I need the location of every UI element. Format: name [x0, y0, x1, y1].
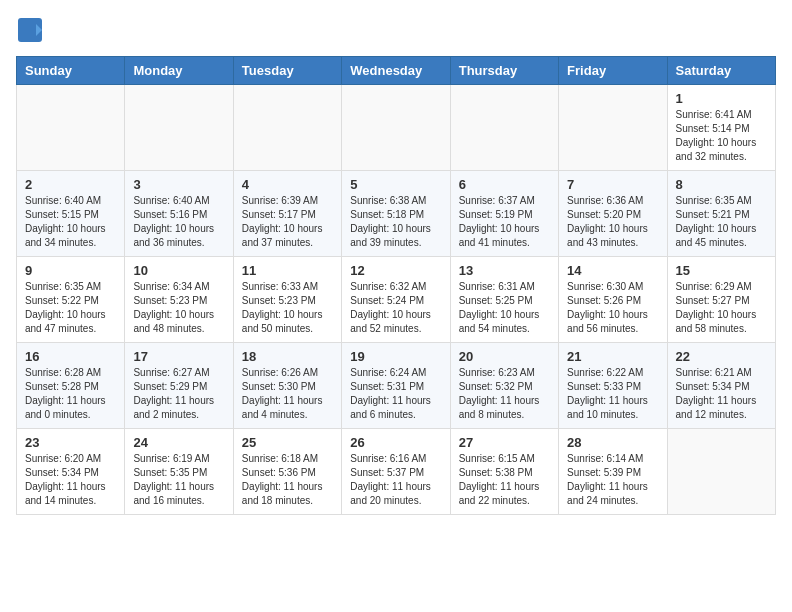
calendar-cell: 21Sunrise: 6:22 AM Sunset: 5:33 PM Dayli…	[559, 343, 667, 429]
calendar-cell: 3Sunrise: 6:40 AM Sunset: 5:16 PM Daylig…	[125, 171, 233, 257]
day-number: 8	[676, 177, 767, 192]
week-row-4: 16Sunrise: 6:28 AM Sunset: 5:28 PM Dayli…	[17, 343, 776, 429]
calendar-cell: 16Sunrise: 6:28 AM Sunset: 5:28 PM Dayli…	[17, 343, 125, 429]
day-number: 17	[133, 349, 224, 364]
day-info: Sunrise: 6:29 AM Sunset: 5:27 PM Dayligh…	[676, 280, 767, 336]
weekday-header-wednesday: Wednesday	[342, 57, 450, 85]
calendar-cell: 10Sunrise: 6:34 AM Sunset: 5:23 PM Dayli…	[125, 257, 233, 343]
week-row-1: 1Sunrise: 6:41 AM Sunset: 5:14 PM Daylig…	[17, 85, 776, 171]
day-info: Sunrise: 6:41 AM Sunset: 5:14 PM Dayligh…	[676, 108, 767, 164]
day-number: 19	[350, 349, 441, 364]
day-number: 20	[459, 349, 550, 364]
day-number: 22	[676, 349, 767, 364]
day-number: 15	[676, 263, 767, 278]
calendar-cell: 11Sunrise: 6:33 AM Sunset: 5:23 PM Dayli…	[233, 257, 341, 343]
calendar-cell	[125, 85, 233, 171]
day-info: Sunrise: 6:36 AM Sunset: 5:20 PM Dayligh…	[567, 194, 658, 250]
day-info: Sunrise: 6:30 AM Sunset: 5:26 PM Dayligh…	[567, 280, 658, 336]
day-info: Sunrise: 6:38 AM Sunset: 5:18 PM Dayligh…	[350, 194, 441, 250]
weekday-header-tuesday: Tuesday	[233, 57, 341, 85]
weekday-header-thursday: Thursday	[450, 57, 558, 85]
calendar-body: 1Sunrise: 6:41 AM Sunset: 5:14 PM Daylig…	[17, 85, 776, 515]
day-number: 10	[133, 263, 224, 278]
day-number: 16	[25, 349, 116, 364]
page-header	[16, 16, 776, 44]
week-row-2: 2Sunrise: 6:40 AM Sunset: 5:15 PM Daylig…	[17, 171, 776, 257]
day-info: Sunrise: 6:16 AM Sunset: 5:37 PM Dayligh…	[350, 452, 441, 508]
day-number: 4	[242, 177, 333, 192]
day-info: Sunrise: 6:15 AM Sunset: 5:38 PM Dayligh…	[459, 452, 550, 508]
day-info: Sunrise: 6:35 AM Sunset: 5:21 PM Dayligh…	[676, 194, 767, 250]
calendar-cell: 23Sunrise: 6:20 AM Sunset: 5:34 PM Dayli…	[17, 429, 125, 515]
day-number: 13	[459, 263, 550, 278]
day-info: Sunrise: 6:33 AM Sunset: 5:23 PM Dayligh…	[242, 280, 333, 336]
day-number: 28	[567, 435, 658, 450]
day-info: Sunrise: 6:21 AM Sunset: 5:34 PM Dayligh…	[676, 366, 767, 422]
weekday-header-sunday: Sunday	[17, 57, 125, 85]
calendar-cell: 9Sunrise: 6:35 AM Sunset: 5:22 PM Daylig…	[17, 257, 125, 343]
calendar-cell	[342, 85, 450, 171]
calendar-cell	[233, 85, 341, 171]
calendar-cell: 6Sunrise: 6:37 AM Sunset: 5:19 PM Daylig…	[450, 171, 558, 257]
day-info: Sunrise: 6:27 AM Sunset: 5:29 PM Dayligh…	[133, 366, 224, 422]
calendar-cell: 15Sunrise: 6:29 AM Sunset: 5:27 PM Dayli…	[667, 257, 775, 343]
calendar-cell: 8Sunrise: 6:35 AM Sunset: 5:21 PM Daylig…	[667, 171, 775, 257]
day-number: 14	[567, 263, 658, 278]
day-number: 12	[350, 263, 441, 278]
calendar-cell	[559, 85, 667, 171]
calendar-cell: 27Sunrise: 6:15 AM Sunset: 5:38 PM Dayli…	[450, 429, 558, 515]
day-number: 9	[25, 263, 116, 278]
day-number: 7	[567, 177, 658, 192]
calendar-table: SundayMondayTuesdayWednesdayThursdayFrid…	[16, 56, 776, 515]
calendar-cell: 13Sunrise: 6:31 AM Sunset: 5:25 PM Dayli…	[450, 257, 558, 343]
day-number: 24	[133, 435, 224, 450]
calendar-cell: 20Sunrise: 6:23 AM Sunset: 5:32 PM Dayli…	[450, 343, 558, 429]
day-info: Sunrise: 6:32 AM Sunset: 5:24 PM Dayligh…	[350, 280, 441, 336]
week-row-5: 23Sunrise: 6:20 AM Sunset: 5:34 PM Dayli…	[17, 429, 776, 515]
day-number: 27	[459, 435, 550, 450]
calendar-header: SundayMondayTuesdayWednesdayThursdayFrid…	[17, 57, 776, 85]
week-row-3: 9Sunrise: 6:35 AM Sunset: 5:22 PM Daylig…	[17, 257, 776, 343]
day-info: Sunrise: 6:35 AM Sunset: 5:22 PM Dayligh…	[25, 280, 116, 336]
day-number: 23	[25, 435, 116, 450]
day-info: Sunrise: 6:14 AM Sunset: 5:39 PM Dayligh…	[567, 452, 658, 508]
calendar-cell: 25Sunrise: 6:18 AM Sunset: 5:36 PM Dayli…	[233, 429, 341, 515]
day-info: Sunrise: 6:40 AM Sunset: 5:15 PM Dayligh…	[25, 194, 116, 250]
calendar-cell: 1Sunrise: 6:41 AM Sunset: 5:14 PM Daylig…	[667, 85, 775, 171]
day-number: 11	[242, 263, 333, 278]
calendar-cell: 5Sunrise: 6:38 AM Sunset: 5:18 PM Daylig…	[342, 171, 450, 257]
day-info: Sunrise: 6:19 AM Sunset: 5:35 PM Dayligh…	[133, 452, 224, 508]
calendar-cell: 7Sunrise: 6:36 AM Sunset: 5:20 PM Daylig…	[559, 171, 667, 257]
day-info: Sunrise: 6:39 AM Sunset: 5:17 PM Dayligh…	[242, 194, 333, 250]
day-number: 1	[676, 91, 767, 106]
day-number: 2	[25, 177, 116, 192]
calendar-cell	[450, 85, 558, 171]
day-number: 26	[350, 435, 441, 450]
day-info: Sunrise: 6:18 AM Sunset: 5:36 PM Dayligh…	[242, 452, 333, 508]
day-info: Sunrise: 6:34 AM Sunset: 5:23 PM Dayligh…	[133, 280, 224, 336]
day-info: Sunrise: 6:31 AM Sunset: 5:25 PM Dayligh…	[459, 280, 550, 336]
day-number: 18	[242, 349, 333, 364]
day-number: 21	[567, 349, 658, 364]
calendar-cell: 24Sunrise: 6:19 AM Sunset: 5:35 PM Dayli…	[125, 429, 233, 515]
calendar-cell: 18Sunrise: 6:26 AM Sunset: 5:30 PM Dayli…	[233, 343, 341, 429]
weekday-header-saturday: Saturday	[667, 57, 775, 85]
day-info: Sunrise: 6:37 AM Sunset: 5:19 PM Dayligh…	[459, 194, 550, 250]
calendar-cell: 17Sunrise: 6:27 AM Sunset: 5:29 PM Dayli…	[125, 343, 233, 429]
weekday-header-row: SundayMondayTuesdayWednesdayThursdayFrid…	[17, 57, 776, 85]
day-info: Sunrise: 6:22 AM Sunset: 5:33 PM Dayligh…	[567, 366, 658, 422]
day-info: Sunrise: 6:23 AM Sunset: 5:32 PM Dayligh…	[459, 366, 550, 422]
day-info: Sunrise: 6:20 AM Sunset: 5:34 PM Dayligh…	[25, 452, 116, 508]
day-number: 5	[350, 177, 441, 192]
calendar-cell: 28Sunrise: 6:14 AM Sunset: 5:39 PM Dayli…	[559, 429, 667, 515]
calendar-cell	[17, 85, 125, 171]
day-number: 3	[133, 177, 224, 192]
calendar-cell: 12Sunrise: 6:32 AM Sunset: 5:24 PM Dayli…	[342, 257, 450, 343]
day-info: Sunrise: 6:28 AM Sunset: 5:28 PM Dayligh…	[25, 366, 116, 422]
day-info: Sunrise: 6:40 AM Sunset: 5:16 PM Dayligh…	[133, 194, 224, 250]
weekday-header-monday: Monday	[125, 57, 233, 85]
day-info: Sunrise: 6:26 AM Sunset: 5:30 PM Dayligh…	[242, 366, 333, 422]
calendar-cell: 22Sunrise: 6:21 AM Sunset: 5:34 PM Dayli…	[667, 343, 775, 429]
logo-icon	[16, 16, 44, 44]
calendar-cell: 14Sunrise: 6:30 AM Sunset: 5:26 PM Dayli…	[559, 257, 667, 343]
